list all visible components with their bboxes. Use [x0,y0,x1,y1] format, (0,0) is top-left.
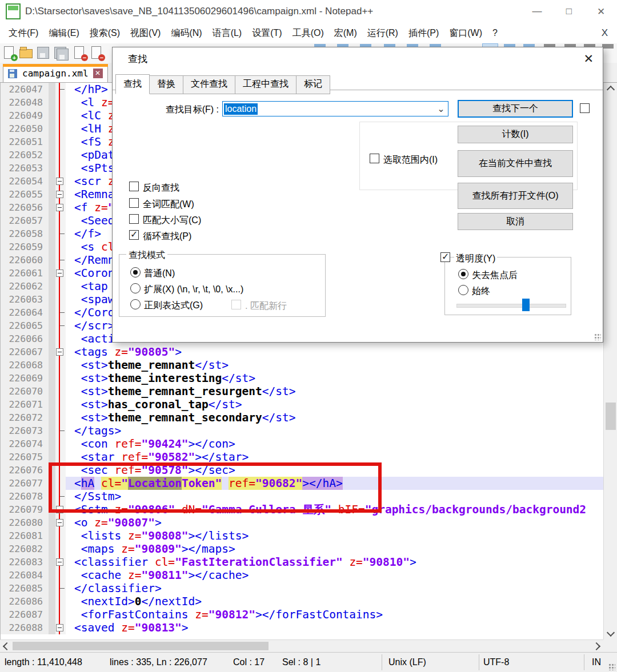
line-number[interactable]: 226077 [1,477,49,490]
code-text[interactable]: </tags> [66,424,604,437]
code-text[interactable]: <tags z="90805"> [66,345,604,359]
menu-item[interactable]: 运行(R) [362,25,403,42]
code-text[interactable]: <star ref="90582"></star> [66,450,604,464]
editor-line[interactable]: 226082 <maps z="90809"></maps> [1,542,604,556]
close-document-icon[interactable]: X [602,27,608,39]
cancel-button[interactable]: 取消 [458,213,573,230]
editor-line[interactable]: 226078</Sstm> [1,490,604,503]
menu-item[interactable]: 语言(L) [207,25,247,42]
editor-line[interactable]: 226080<o z="90807"> [1,516,604,529]
dialog-close-icon[interactable]: ✕ [583,52,594,66]
line-number[interactable]: 226083 [1,556,49,569]
dialog-tab[interactable]: 文件查找 [183,75,235,94]
editor-line[interactable]: 226085</classifier> [1,582,604,595]
menu-item[interactable]: 插件(P) [403,25,444,42]
find-target-combobox[interactable]: location ⌄ [222,101,448,116]
line-number[interactable]: 226069 [1,372,49,385]
transparency-slider[interactable] [456,304,566,308]
fold-toggle-icon[interactable] [56,348,63,356]
menu-item[interactable]: 搜索(S) [85,25,125,42]
bookmark-margin[interactable] [49,201,55,214]
code-text[interactable]: <st>theme_remnant_resurgent</st> [66,385,604,398]
status-eol[interactable]: Unix (LF) [388,657,426,667]
bookmark-margin[interactable] [49,503,55,516]
code-text[interactable]: <cache z="90811"></cache> [66,569,604,582]
fold-toggle-icon[interactable] [56,191,63,198]
editor-line[interactable]: 226070 <st>theme_remnant_resurgent</st> [1,385,604,398]
bookmark-margin[interactable] [49,529,55,542]
line-number[interactable]: 226066 [1,332,49,345]
bookmark-margin[interactable] [49,372,55,385]
line-number[interactable]: 226063 [1,293,49,306]
menu-item[interactable]: 视图(V) [125,25,166,42]
close-file-icon[interactable]: − [73,45,87,61]
mode-extended-radio[interactable] [130,283,141,293]
count-button[interactable]: 计数(I) [458,126,573,143]
close-all-icon[interactable]: − [90,45,105,61]
tab-close-icon[interactable]: ✕ [93,69,103,78]
editor-line[interactable]: 226072 <st>theme_remnant_secondary</st> [1,411,604,424]
line-number[interactable]: 226080 [1,516,49,529]
bookmark-margin[interactable] [49,122,55,135]
menu-item[interactable]: ? [487,26,503,41]
menu-item[interactable]: 文件(F) [3,25,43,42]
line-number[interactable]: 226047 [1,83,49,96]
small-checkbox[interactable] [580,103,590,113]
bookmark-margin[interactable] [49,83,55,96]
bookmark-margin[interactable] [49,332,55,345]
line-number[interactable]: 226054 [1,175,49,188]
bookmark-margin[interactable] [49,253,55,267]
line-number[interactable]: 226068 [1,359,49,372]
bookmark-margin[interactable] [49,280,55,293]
vertical-scrollbar[interactable] [603,83,617,639]
bookmark-margin[interactable] [49,306,55,319]
fold-toggle-icon[interactable] [56,269,63,277]
line-number[interactable]: 226052 [1,148,49,162]
code-text[interactable]: <sec ref="90578"></sec> [66,464,604,477]
editor-line[interactable]: 226087 <forFastContains z="90812"></forF… [1,608,604,621]
transparency-always-radio[interactable] [458,285,468,295]
line-number[interactable]: 226082 [1,542,49,556]
code-text[interactable]: <Sstm z="90806" dN="Gamma Gullera 星系" bI… [66,503,604,516]
bookmark-margin[interactable] [49,162,55,175]
code-text[interactable]: <forFastContains z="90812"></forFastCont… [66,608,604,621]
menu-item[interactable]: 窗口(W) [444,25,487,42]
bookmark-margin[interactable] [49,621,55,634]
bookmark-margin[interactable] [49,608,55,621]
editor-line[interactable]: 226077<hA cl="LocationToken" ref="90682"… [1,477,604,490]
menu-item[interactable]: 设置(T) [247,25,287,42]
maximize-button[interactable]: □ [553,0,585,23]
status-insert-mode[interactable]: IN [592,657,601,667]
toolbar-icon-partial[interactable] [602,44,614,49]
line-number[interactable]: 226061 [1,267,49,280]
transparency-checkbox[interactable] [440,252,450,262]
mode-regex-radio[interactable] [130,299,141,309]
editor-line[interactable]: 226081 <lists z="90808"></lists> [1,529,604,542]
line-number[interactable]: 226074 [1,437,49,450]
code-text[interactable]: <st>has_coronal_tap</st> [66,398,604,411]
bookmark-margin[interactable] [49,569,55,582]
line-number[interactable]: 226079 [1,503,49,516]
bookmark-margin[interactable] [49,437,55,450]
bookmark-margin[interactable] [49,582,55,595]
dialog-tab[interactable]: 标记 [297,75,330,94]
find-next-button[interactable]: 查找下一个 [458,100,573,118]
wrap-around-checkbox[interactable] [129,230,139,240]
line-number[interactable]: 226072 [1,411,49,424]
editor-line[interactable]: 226074 <con ref="90424"></con> [1,437,604,450]
editor-line[interactable]: 226084 <cache z="90811"></cache> [1,569,604,582]
bookmark-margin[interactable] [49,240,55,253]
bookmark-margin[interactable] [49,359,55,372]
horizontal-scrollbar-thumb[interactable] [13,642,269,650]
code-text[interactable]: <st>theme_interesting</st> [66,372,604,385]
line-number[interactable]: 226085 [1,582,49,595]
dialog-tab[interactable]: 工程中查找 [235,75,297,94]
code-text[interactable]: </Sstm> [66,490,604,503]
fold-toggle-icon[interactable] [56,624,63,631]
code-text[interactable]: </classifier> [66,582,604,595]
editor-line[interactable]: 226083<classifier cl="FastIterationClass… [1,556,604,569]
minimize-button[interactable]: — [521,0,553,23]
line-number[interactable]: 226051 [1,135,49,148]
bookmark-margin[interactable] [49,490,55,503]
editor-line[interactable]: 226075 <star ref="90582"></star> [1,450,604,464]
